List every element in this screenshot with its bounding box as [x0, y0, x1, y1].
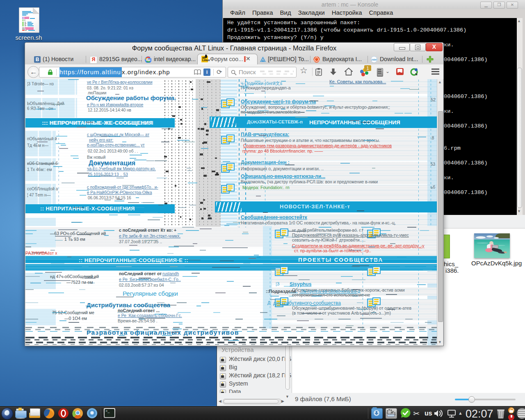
svg-text:intel: intel [372, 58, 377, 61]
